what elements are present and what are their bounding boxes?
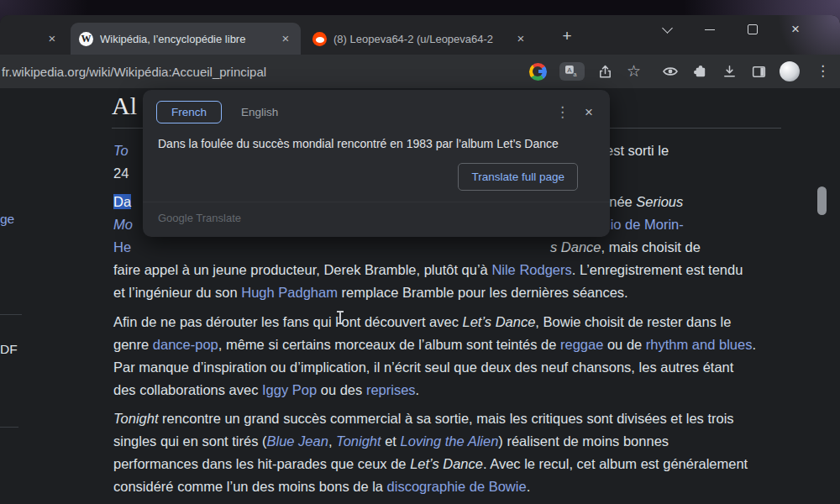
wiki-link[interactable]: To	[113, 143, 129, 158]
wiki-link[interactable]: Hugh Padgham	[241, 285, 338, 300]
eye-icon[interactable]	[662, 63, 679, 80]
tab-wikipedia[interactable]: W Wikipédia, l’encyclopédie libre ×	[71, 23, 301, 55]
side-panel-icon[interactable]	[750, 63, 767, 80]
sidebar-divider	[0, 427, 18, 428]
close-tab-icon[interactable]: ×	[279, 32, 292, 45]
svg-text:a: a	[574, 71, 577, 78]
article-text-line: Afin de ne pas dérouter les fans qui l’o…	[113, 311, 731, 333]
toolbar-icons: A a ☆	[529, 61, 833, 81]
wiki-link[interactable]: Nile Rodgers	[491, 262, 571, 277]
share-icon[interactable]	[597, 63, 614, 80]
url-text[interactable]: fr.wikipedia.org/wiki/Wikipédia:Accueil_…	[0, 65, 266, 79]
browser-menu-dots-icon[interactable]: ⋮	[812, 63, 833, 80]
new-tab-button[interactable]: +	[558, 27, 576, 45]
extensions-puzzle-icon[interactable]	[691, 63, 708, 80]
translate-full-page-button[interactable]: Translate full page	[458, 163, 578, 191]
window-controls: ×	[658, 19, 805, 39]
article-text-line: Par manque d’inspiration ou d’implicatio…	[113, 356, 733, 378]
desktop-wallpaper: × W Wikipédia, l’encyclopédie libre × (8…	[0, 0, 840, 504]
sidebar-link-fragment[interactable]: ge	[0, 212, 14, 227]
window-close-button[interactable]: ×	[786, 20, 805, 39]
article-text-line: considéré comme l’un des moins bons de l…	[113, 475, 530, 497]
article-text-line: s Dance, mais choisit de	[550, 236, 701, 258]
article-heading-fragment: Al	[112, 92, 137, 120]
translate-popup: French English ⋮ × Dans la foulée du suc…	[143, 90, 610, 237]
wiki-link[interactable]: dance-pop	[153, 337, 218, 352]
article-text-line: 24	[113, 162, 129, 184]
wiki-link[interactable]: Mo	[113, 217, 133, 232]
tab-search-chevron-icon[interactable]	[658, 20, 676, 39]
address-bar: fr.wikipedia.org/wiki/Wikipédia:Accueil_…	[0, 55, 840, 88]
article-text-line: est sorti le	[606, 139, 669, 161]
sidebar-link-fragment[interactable]: DF	[0, 342, 18, 357]
source-text: Dans la foulée du succès mondial rencont…	[143, 129, 610, 150]
wikipedia-favicon: W	[79, 32, 93, 46]
tab-reddit[interactable]: (8) Leopeva64-2 (u/Leopeva64-2 ×	[304, 23, 536, 55]
wiki-link[interactable]: reggae	[560, 337, 603, 352]
article-text-line: singles qui en sont tirés (Blue Jean, To…	[113, 430, 669, 452]
source-language-tab[interactable]: French	[156, 101, 222, 123]
wiki-link[interactable]: Blue Jean	[267, 433, 328, 449]
translate-icon[interactable]: A a	[559, 62, 585, 81]
profile-avatar[interactable]	[780, 61, 800, 81]
wiki-link[interactable]: rhythm and blues	[646, 337, 753, 352]
article-text-line: Mo	[113, 213, 133, 235]
article-text-line: et l’ingénieur du son Hugh Padgham rempl…	[113, 281, 628, 303]
sidebar-divider	[0, 314, 22, 315]
bookmark-star-icon[interactable]: ☆	[627, 63, 641, 80]
article-text-line: performances dans les hit-parades que ce…	[113, 453, 748, 475]
wiki-link[interactable]: Loving the Alien	[401, 433, 499, 449]
popup-close-icon[interactable]: ×	[580, 104, 598, 121]
target-language-tab[interactable]: English	[228, 101, 291, 123]
scrollbar-thumb[interactable]	[817, 186, 827, 215]
minimize-button[interactable]	[701, 20, 719, 39]
wiki-link[interactable]: Iggy Pop	[262, 382, 317, 397]
wiki-link[interactable]: discographie de Bowie	[387, 479, 527, 494]
wiki-link[interactable]: reprises	[366, 382, 416, 397]
wiki-link[interactable]: Tonight	[336, 433, 381, 449]
article-text-line: des collaborations avec Iggy Pop ou des …	[113, 379, 419, 401]
article-text-line: genre dance-pop, même si certains morcea…	[113, 333, 756, 355]
svg-text:A: A	[567, 66, 572, 74]
text-cursor-pointer	[339, 312, 341, 323]
tab-title: (8) Leopeva64-2 (u/Leopeva64-2	[333, 33, 507, 45]
download-icon[interactable]	[721, 63, 738, 80]
browser-window: × W Wikipédia, l’encyclopédie libre × (8…	[0, 15, 840, 504]
reddit-favicon	[312, 32, 327, 46]
google-translate-brand: Google Translate	[143, 202, 610, 237]
article-text-line: He	[113, 236, 131, 258]
popup-menu-dots-icon[interactable]: ⋮	[545, 103, 580, 121]
article-text-line: faire appel à un jeune producteur, Derek…	[113, 259, 743, 281]
article-text-line: Da	[113, 191, 131, 213]
translate-popup-header: French English ⋮ ×	[143, 90, 610, 129]
article-text-line: Tonight rencontre un grand succès commer…	[113, 407, 734, 429]
google-g-icon[interactable]	[529, 63, 547, 81]
wiki-link[interactable]: He	[113, 239, 131, 255]
article-text-line: To	[113, 139, 129, 161]
maximize-button[interactable]	[743, 20, 762, 39]
tab-title: Wikipédia, l’encyclopédie libre	[100, 33, 272, 45]
close-tab-icon[interactable]: ×	[45, 32, 59, 45]
tab-strip: × W Wikipédia, l’encyclopédie libre × (8…	[0, 15, 840, 55]
close-tab-icon[interactable]: ×	[514, 32, 528, 45]
